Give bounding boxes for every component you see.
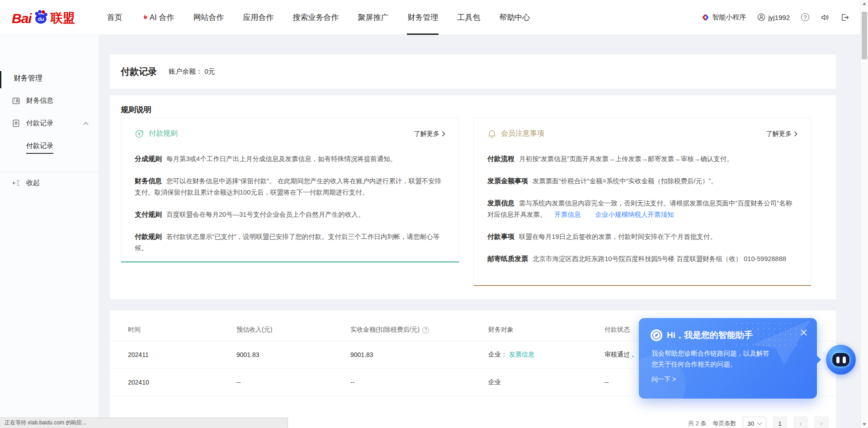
chevron-up-icon[interactable] [83, 122, 89, 125]
nav-item-app[interactable]: 应用合作 [233, 0, 283, 35]
coin-icon [135, 129, 144, 138]
robot-icon [832, 353, 849, 366]
info-icon[interactable] [422, 327, 429, 333]
main-menu: 首页 AI 合作 网站合作 应用合作 搜索业务合作 聚屏推广 财务管理 工具包 … [98, 0, 540, 35]
page-title: 付款记录 [121, 66, 157, 78]
per-page-label: 每页条数 [713, 419, 736, 428]
rule-item: 付款事项联盟在每月19日之后签收的发票，付款时间安排在下个月首批支付。 [487, 231, 797, 243]
user-account[interactable]: jyj1992 [757, 13, 790, 21]
logo-text-union: 联盟 [51, 10, 75, 26]
invoice-info-row-link[interactable]: 发票信息 [509, 351, 534, 358]
rule-item: 邮寄纸质发票北京市海淀区西北旺东路10号院百度科技园5号楼 百度联盟财务组（收）… [487, 253, 797, 265]
rule-item: 付款规则若付款状态显示“已支付”，说明联盟已安排了您的付款。支付后三个工作日内到… [135, 231, 445, 254]
cell-estimated: 9001.83 [236, 351, 350, 358]
scrollbar-up-arrow[interactable] [863, 2, 866, 5]
member-notes-card: 会员注意事项 了解更多 付款流程月初按“发票信息”页面开具发票→上传发票→邮寄发… [473, 118, 811, 286]
nav-item-finance[interactable]: 财务管理 [398, 0, 448, 35]
chevron-down-icon [757, 420, 762, 425]
browser-status-bar: 正在等待 xlab.baidu.com 的响应... [0, 418, 288, 428]
chevron-right-icon [442, 131, 445, 137]
baidu-union-logo[interactable]: Bai du 联盟 [12, 8, 75, 26]
nav-item-juping[interactable]: 聚屏推广 [348, 0, 398, 35]
help-icon[interactable] [801, 13, 809, 21]
cell-estimated: -- [236, 379, 350, 386]
sidebar: 财务管理 财务信息 付款记录 付款记录 收起 [0, 35, 99, 428]
sidebar-subitem-payment-records-active[interactable]: 付款记录 [0, 142, 125, 154]
col-header-finance-target: 财务对象 [488, 326, 604, 334]
col-header-actual-amount: 实收金额(扣除税费后/元) [350, 326, 488, 334]
chevron-right-icon [794, 131, 797, 137]
col-header-estimated-income: 预估收入(元) [236, 326, 350, 334]
payment-record-icon [12, 119, 21, 128]
sidebar-item-payment-records[interactable]: 付款记录 [0, 119, 99, 128]
cell-actual: -- [350, 379, 488, 386]
rule-item: 财务信息您可以在财务信息中选择“保留付款”。 在此期间您产生的收入将在账户内进行… [135, 175, 445, 198]
rule-item: 发票信息需与系统内发票信息内容完全一致，否则无法支付。请根据发票信息页面中“百度… [487, 197, 797, 220]
next-page-button[interactable]: › [814, 416, 829, 428]
scrollbar-thumb[interactable] [862, 12, 867, 59]
assistant-title: Hi，我是您的智能助手 [667, 329, 753, 341]
invoice-info-link[interactable]: 开票信息 [555, 211, 581, 218]
flame-icon [142, 14, 148, 21]
col-header-time: 时间 [128, 326, 236, 334]
nav-item-help-center[interactable]: 帮助中心 [490, 0, 539, 35]
nav-item-website[interactable]: 网站合作 [184, 0, 233, 35]
collapse-icon [12, 179, 21, 187]
account-balance-value: 0元 [204, 67, 215, 75]
logo-text-bai: Bai [12, 11, 32, 26]
assistant-robot-button[interactable] [826, 345, 856, 375]
rules-section: 规则说明 付款规则 了解更多 分成规则每月第3或4个工作日产出上月分成信息及发票… [110, 95, 836, 299]
member-notes-card-title: 会员注意事项 [501, 129, 544, 138]
small-taxpayer-guide-link[interactable]: 企业小规模纳税人开票须知 [595, 211, 674, 218]
cell-time: 202411 [128, 351, 236, 358]
nav-item-search-biz[interactable]: 搜索业务合作 [283, 0, 348, 35]
cell-finance-target: 企业 [488, 378, 604, 386]
assistant-popup: Hi，我是您的智能助手 我会帮助您诊断合作链路问题，以及解答您关于任何合作相关的… [639, 318, 817, 399]
nav-item-ai[interactable]: AI 合作 [132, 0, 184, 35]
baidu-paw-icon: du [32, 8, 49, 25]
miniapp-icon [702, 14, 709, 21]
sound-icon[interactable] [821, 13, 829, 22]
username: jyj1992 [768, 14, 790, 21]
account-balance: 账户余额： 0元 [169, 67, 215, 76]
nav-right-area: 智能小程序 jyj1992 [702, 13, 849, 22]
per-page-select[interactable]: 30 [743, 417, 766, 428]
sidebar-collapse-button[interactable]: 收起 [0, 179, 99, 187]
payment-rules-card: 付款规则 了解更多 分成规则每月第3或4个工作日产出上月分成信息及发票信息，如有… [121, 118, 459, 262]
sidebar-section-finance-management[interactable]: 财务管理 [0, 74, 112, 83]
bell-icon [487, 129, 496, 138]
rules-section-title: 规则说明 [121, 105, 151, 115]
user-icon [757, 13, 765, 21]
status-text: 正在等待 xlab.baidu.com 的响应... [5, 419, 86, 426]
scrollbar-down-arrow[interactable] [863, 423, 866, 426]
member-notes-more-link[interactable]: 了解更多 [766, 130, 797, 138]
payment-rules-more-link[interactable]: 了解更多 [414, 130, 445, 138]
svg-text:du: du [38, 16, 44, 22]
rule-item: 支付规则百度联盟会在每月20号—31号支付企业会员上个自然月产生的收入。 [135, 209, 445, 220]
circle-decoration [627, 355, 686, 414]
cell-time: 202410 [128, 379, 236, 386]
compass-icon [651, 329, 662, 341]
page-header-card: 付款记录 账户余额： 0元 [110, 54, 836, 89]
payment-rules-card-title: 付款规则 [149, 129, 178, 138]
vertical-scrollbar [860, 0, 868, 428]
logout-icon[interactable] [840, 13, 849, 22]
total-count: 共 2 条 [688, 419, 706, 428]
nav-item-toolkit[interactable]: 工具包 [448, 0, 490, 35]
rule-item: 分成规则每月第3或4个工作日产出上月分成信息及发票信息，如有特殊情况将提前通知。 [135, 153, 445, 165]
page-button-1[interactable]: 1 [773, 416, 787, 428]
miniapp-link[interactable]: 智能小程序 [702, 13, 746, 22]
rule-item: 付款流程月初按“发票信息”页面开具发票→上传发票→邮寄发票→审核→确认支付。 [487, 153, 797, 165]
sidebar-item-finance-info[interactable]: 财务信息 [0, 96, 99, 105]
cell-finance-target: 企业： 发票信息 [488, 351, 604, 359]
cell-actual: 9001.83 [350, 351, 488, 358]
pagination: 共 2 条 每页条数 30 1 ‹ › [688, 416, 829, 428]
top-navigation: Bai du 联盟 首页 AI 合作 网站合作 应用合作 搜索业务合作 聚屏推广… [0, 0, 868, 35]
rule-item: 发票金额事项发票票面“价税合计”金额=系统中“实收金额（扣除税费后/元）”。 [487, 175, 797, 187]
finance-info-icon [12, 96, 21, 105]
prev-page-button[interactable]: ‹ [793, 416, 808, 428]
nav-item-home[interactable]: 首页 [98, 0, 132, 35]
close-icon[interactable] [801, 329, 807, 336]
sidebar-divider [0, 172, 99, 172]
